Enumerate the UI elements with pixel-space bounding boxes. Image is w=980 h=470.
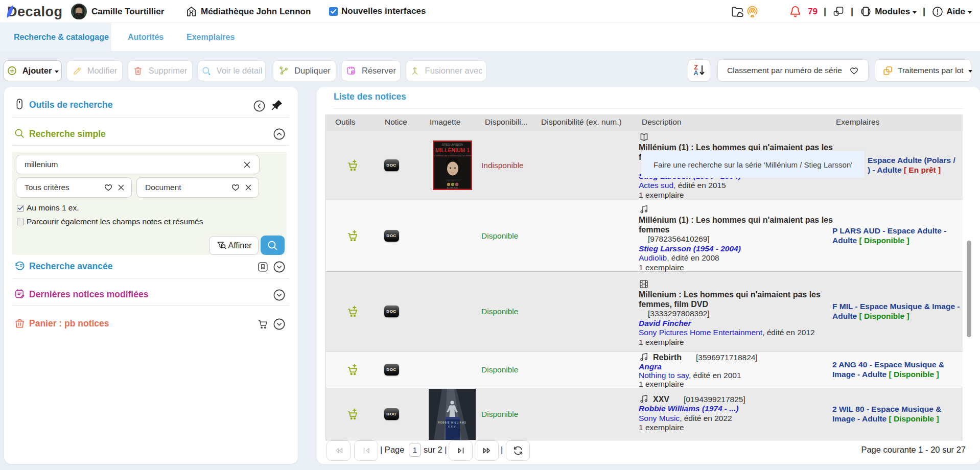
refresh-button[interactable] <box>506 440 530 461</box>
tab-exemplaires[interactable]: Exemplaires <box>186 23 235 51</box>
record-publisher-link[interactable]: Sony Music <box>639 414 680 422</box>
new-interfaces-toggle[interactable]: Nouvelles interfaces <box>329 6 426 16</box>
view-detail-button[interactable]: Voir le détail <box>198 60 266 81</box>
duplicate-label: Dupliquer <box>294 66 331 76</box>
edit-button[interactable]: Modifier <box>66 60 123 81</box>
clear-search-icon[interactable] <box>243 160 251 169</box>
user-menu[interactable]: Camille Tourtillier <box>71 4 164 19</box>
record-publisher-link[interactable]: Sony Pictures Home Entertainment <box>639 328 762 337</box>
record-publisher-link[interactable]: Audiolib <box>639 253 667 262</box>
min-copies-label: Au moins 1 ex. <box>27 203 79 213</box>
add-to-basket-button[interactable] <box>340 272 366 351</box>
record-author-link[interactable]: David Fincher <box>639 319 838 328</box>
divider <box>13 278 289 278</box>
doctype-value: Document <box>145 183 231 192</box>
doc-badge[interactable]: DOC <box>379 131 404 200</box>
collapse-simple-search-button[interactable] <box>272 127 286 141</box>
delete-button[interactable]: Supprimer <box>128 60 193 81</box>
expand-advanced-search-button[interactable] <box>272 260 286 274</box>
min-copies-checkbox[interactable] <box>17 205 24 212</box>
collapse-panel-button[interactable] <box>252 99 266 113</box>
add-button[interactable]: Ajouter <box>4 60 62 81</box>
merge-button[interactable]: Fusionner avec <box>406 60 486 81</box>
doc-badge[interactable]: DOC <box>379 272 404 351</box>
aide-menu[interactable]: Aide <box>931 6 972 18</box>
broadcast-user-icon[interactable] <box>745 5 759 18</box>
library-selector[interactable]: Médiathèque John Lennon <box>185 6 311 17</box>
doc-badge[interactable]: DOC <box>379 351 404 388</box>
record-title-line1[interactable]: Millénium (1) : Les hommes qui n'aimaien… <box>639 216 838 225</box>
new-interfaces-checkbox[interactable] <box>329 7 338 16</box>
notifications[interactable]: 79 <box>789 5 818 18</box>
expand-recent-records-button[interactable] <box>272 288 286 302</box>
chevron-down-circle-icon <box>272 317 286 331</box>
add-to-basket-button[interactable] <box>340 131 366 200</box>
record-publisher-link[interactable]: Nothing to say <box>639 371 689 380</box>
notes-fields-checkbox[interactable] <box>17 219 24 225</box>
clear-criteria-icon[interactable] <box>117 183 125 192</box>
search-button[interactable] <box>261 236 285 255</box>
bookmark-search-button[interactable] <box>256 261 269 273</box>
sort-order-button[interactable]: ZA <box>688 59 710 82</box>
doc-badge[interactable]: DOC <box>379 388 404 440</box>
pin-panel-button[interactable] <box>271 100 283 111</box>
modules-menu[interactable]: Modules <box>859 5 917 18</box>
vertical-scrollbar[interactable] <box>967 241 971 337</box>
record-title-line1[interactable]: Millenium : Les hommes qui n'aimaient pa… <box>639 290 838 300</box>
record-title[interactable]: Rebirth <box>653 353 682 362</box>
reserve-button[interactable]: Réserver <box>341 60 401 81</box>
record-description: Rebirth[3596971718824] Angra Nothing to … <box>639 352 838 388</box>
sort-select[interactable]: Classement par numéro de série <box>717 59 869 82</box>
record-copies: 1 exemplaire <box>639 338 838 347</box>
library-name: Médiathèque John Lennon <box>201 7 311 17</box>
add-to-basket-button[interactable] <box>340 388 366 440</box>
batch-button[interactable]: Traitements par lot <box>875 59 971 82</box>
table-row: DOC Disponible Rebirth[3596971718824] An… <box>326 351 963 388</box>
cover-thumbnail[interactable]: ROBBIE WILLIAMSXXV <box>428 388 476 440</box>
notes-fields-option[interactable]: Parcourir également les champs notes et … <box>17 217 203 226</box>
folder-cloud-icon[interactable] <box>731 5 744 18</box>
tab-recherche-catalogage[interactable]: Recherche & catalogage <box>0 23 111 51</box>
record-author-link[interactable]: Robbie Williams (1974 - ...) <box>639 404 838 414</box>
previous-page-button[interactable] <box>354 440 378 461</box>
record-title[interactable]: XXV <box>653 395 669 404</box>
expand-basket-button[interactable] <box>272 317 286 331</box>
skip-end-icon <box>455 444 467 457</box>
linked-pages-icon[interactable] <box>832 6 845 18</box>
clear-doctype-icon[interactable] <box>244 183 252 192</box>
first-page-button[interactable] <box>326 440 351 461</box>
next-page-button[interactable] <box>449 440 473 461</box>
refine-button[interactable]: Affiner <box>209 236 259 255</box>
doctype-select[interactable]: Document <box>136 177 259 198</box>
book-open-icon <box>639 132 649 143</box>
cover-thumbnail[interactable]: STIEG LARSSONMILLÉNIUM 1Les hommes qui n… <box>428 131 476 200</box>
tab-autorites[interactable]: Autorités <box>128 23 164 51</box>
record-title-line2[interactable]: femmes <box>639 225 838 235</box>
add-to-basket-button[interactable] <box>340 351 366 388</box>
plus-circle-icon <box>7 65 17 76</box>
chevron-down-circle-icon <box>272 288 286 302</box>
add-to-basket-button[interactable] <box>340 200 366 271</box>
last-page-button[interactable] <box>475 440 499 461</box>
brand-logo[interactable]: Decalog <box>6 4 63 20</box>
criteria-select[interactable]: Tous critères <box>16 177 132 198</box>
availability-status: Indisponible <box>481 161 524 170</box>
heart-icon[interactable] <box>849 66 859 76</box>
basket-cart-button[interactable] <box>257 318 269 330</box>
heart-icon[interactable] <box>231 183 240 192</box>
record-publisher-link[interactable]: Actes sud <box>639 181 673 190</box>
record-author-link[interactable]: Angra <box>639 362 838 371</box>
record-title-line2[interactable]: femmes, film DVD <box>639 300 838 310</box>
heart-icon[interactable] <box>104 183 113 192</box>
record-author-link[interactable]: Stieg Larsson (1954 - 2004) <box>639 244 838 254</box>
history-icon <box>14 260 26 272</box>
search-input[interactable] <box>16 155 260 174</box>
page-input[interactable] <box>409 443 421 457</box>
doc-badge[interactable]: DOC <box>379 200 404 271</box>
min-copies-option[interactable]: Au moins 1 ex. <box>17 203 79 213</box>
skip-start-icon <box>360 444 372 457</box>
caret-down-icon <box>913 11 917 14</box>
availability-status: Disponible <box>481 307 518 316</box>
duplicate-button[interactable]: Dupliquer <box>273 60 336 81</box>
avatar <box>71 4 87 19</box>
